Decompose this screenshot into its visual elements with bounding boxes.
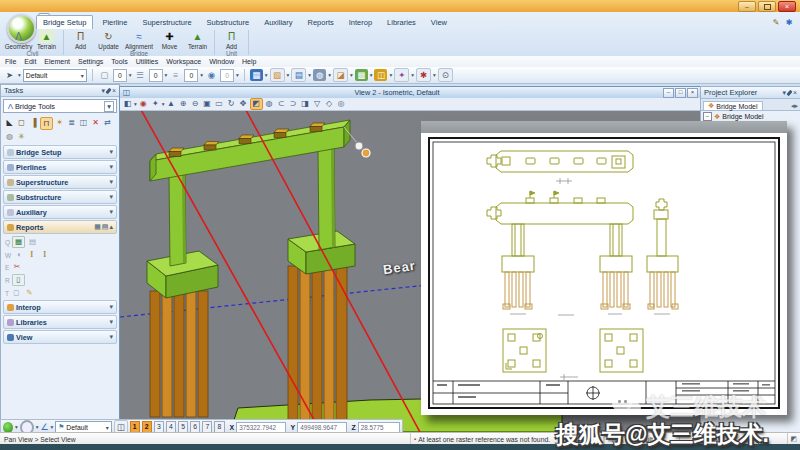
- world-icon[interactable]: ◍: [313, 69, 326, 81]
- markup-icon[interactable]: ◪: [333, 68, 348, 82]
- tool-icon-2[interactable]: ◻: [16, 117, 27, 128]
- task-group-combo[interactable]: Λ Bridge Tools ▾: [3, 99, 117, 113]
- zoom-in-icon[interactable]: ⊕: [178, 99, 189, 109]
- section-reports[interactable]: Reports ▦ ▤ ▴: [3, 220, 117, 234]
- tab-libraries[interactable]: Libraries: [381, 16, 422, 29]
- pin-icon[interactable]: [786, 89, 792, 96]
- tool-icon-7[interactable]: ◫: [78, 117, 89, 128]
- move-bridge-button[interactable]: ✚ Move: [156, 30, 183, 50]
- tool-icon-4-selected[interactable]: Π: [40, 117, 53, 130]
- edit-report-icon[interactable]: ✎: [24, 288, 35, 298]
- view-restore-button[interactable]: □: [675, 88, 686, 98]
- combo-dropdown-icon[interactable]: ▾: [104, 101, 114, 112]
- alignment-button[interactable]: ≈ Alignment: [123, 30, 155, 50]
- panel-menu-icon[interactable]: ▾: [782, 89, 786, 97]
- tool-icon-5[interactable]: ✶: [54, 117, 65, 128]
- layout-icon-1[interactable]: ▦: [94, 223, 101, 231]
- tool-icon-10[interactable]: ◍: [4, 131, 15, 142]
- counter-field[interactable]: 0: [184, 69, 198, 82]
- tool-icon-8[interactable]: ✕: [90, 117, 101, 128]
- settings-icon[interactable]: ✱: [784, 18, 794, 28]
- view-close-button[interactable]: ×: [687, 88, 698, 98]
- rotate-view-icon[interactable]: ↻: [226, 99, 237, 109]
- copy-view-icon[interactable]: ◨: [300, 99, 311, 109]
- raster-manager-icon[interactable]: ▤: [291, 68, 306, 82]
- tab-substructure[interactable]: Substructure: [201, 16, 256, 29]
- menu-edit[interactable]: Edit: [24, 58, 36, 65]
- menu-window[interactable]: Window: [209, 58, 234, 65]
- collapse-icon[interactable]: ▴: [109, 223, 113, 231]
- section-bridge-setup[interactable]: Bridge Setup▾: [3, 145, 117, 159]
- tool-icon-1[interactable]: ◣: [4, 117, 15, 128]
- terrain-bridge-button[interactable]: ▲ Terrain: [184, 30, 211, 50]
- add-bridge-button[interactable]: Π Add: [67, 30, 94, 50]
- pier-column-right[interactable]: [318, 146, 335, 250]
- clip-volume-icon[interactable]: ▽: [312, 99, 323, 109]
- tool-icon-6[interactable]: ≣: [66, 117, 77, 128]
- geometry-button[interactable]: Λ Geometry: [5, 30, 32, 50]
- view-titlebar[interactable]: ◫ View 2 - Isometric, Default – □ ×: [120, 87, 700, 98]
- panel-menu-icon[interactable]: ▾: [101, 87, 105, 95]
- update-bridge-button[interactable]: ↻ Update: [95, 30, 122, 50]
- accudraw-angle-icon[interactable]: ∠: [40, 422, 48, 432]
- view-minimize-button[interactable]: –: [663, 88, 674, 98]
- menu-element[interactable]: Element: [44, 58, 70, 65]
- explorer-icon[interactable]: ◫: [374, 69, 387, 81]
- move-handle-icon[interactable]: [362, 149, 370, 157]
- section-superstructure[interactable]: Superstructure▾: [3, 175, 117, 189]
- section-pierlines[interactable]: Pierlines▾: [3, 160, 117, 174]
- dialog-status-icon[interactable]: ◩: [791, 435, 797, 443]
- panel-close-icon[interactable]: ×: [112, 87, 116, 94]
- weight-icon[interactable]: ◉: [205, 69, 218, 81]
- active-style-combo[interactable]: Default▾: [23, 69, 87, 82]
- terrain-button[interactable]: ▲ Terrain: [33, 30, 60, 50]
- gray-report-icon[interactable]: ◻: [11, 288, 22, 298]
- tool-icon-3[interactable]: ▐: [28, 117, 39, 128]
- key-icon[interactable]: ✎: [771, 18, 781, 28]
- z-coordinate-field[interactable]: 28.5775: [358, 422, 400, 433]
- document-report-icon[interactable]: ▯: [12, 274, 25, 286]
- restore-button[interactable]: [758, 1, 776, 12]
- panel-close-icon[interactable]: ×: [793, 89, 797, 96]
- menu-file[interactable]: File: [5, 58, 16, 65]
- tools-report-icon[interactable]: ✂: [11, 262, 22, 272]
- fence-icon[interactable]: ▢: [98, 69, 111, 81]
- tab-view[interactable]: View: [425, 16, 453, 29]
- window-area-icon[interactable]: ▣: [202, 99, 213, 109]
- view-attributes-icon[interactable]: ▲: [166, 99, 177, 109]
- section-interop[interactable]: Interop▾: [3, 300, 117, 314]
- pile-group-left[interactable]: [150, 291, 208, 417]
- tab-pierline[interactable]: Pierline: [96, 16, 133, 29]
- zoom-out-icon[interactable]: ⊖: [190, 99, 201, 109]
- beam-section-icon[interactable]: I: [26, 250, 37, 260]
- drawing-sheet-window[interactable]: [421, 121, 787, 415]
- properties-icon[interactable]: ✦: [394, 68, 409, 82]
- tab-auxiliary[interactable]: Auxiliary: [258, 16, 298, 29]
- tab-superstructure[interactable]: Superstructure: [136, 16, 197, 29]
- layout-icon-2[interactable]: ▤: [102, 223, 109, 231]
- rotate-handle-icon[interactable]: [355, 142, 363, 150]
- add-unit-button[interactable]: Π Add: [218, 30, 245, 50]
- line-style-icon[interactable]: ≡: [169, 69, 182, 81]
- display-style-icon[interactable]: ◧: [122, 99, 133, 109]
- pier-report-icon[interactable]: ◖: [13, 250, 24, 260]
- render-icon[interactable]: ✱: [416, 68, 431, 82]
- key-in-icon[interactable]: ⊙: [438, 68, 453, 82]
- adjust-icon[interactable]: ✦: [150, 99, 161, 109]
- beam-section-icon-2[interactable]: I: [39, 250, 50, 260]
- menu-tools[interactable]: Tools: [111, 58, 127, 65]
- menu-workspace[interactable]: Workspace: [166, 58, 201, 65]
- level-icon[interactable]: ☰: [134, 69, 147, 81]
- report-icon-2[interactable]: ▤: [27, 237, 38, 247]
- y-coordinate-field[interactable]: 499498.9647: [297, 422, 346, 433]
- saved-views-icon[interactable]: ◎: [336, 99, 347, 109]
- close-button[interactable]: ×: [778, 1, 796, 12]
- deck-report-icon[interactable]: ▦: [12, 236, 25, 248]
- tool-icon-11[interactable]: ✳: [16, 131, 27, 142]
- pin-icon[interactable]: [105, 87, 111, 94]
- collapse-node-icon[interactable]: −: [703, 112, 712, 121]
- minimize-button[interactable]: –: [738, 1, 756, 12]
- pile-group-right[interactable]: [288, 266, 347, 432]
- references-icon[interactable]: ▧: [270, 68, 285, 82]
- menu-settings[interactable]: Settings: [78, 58, 103, 65]
